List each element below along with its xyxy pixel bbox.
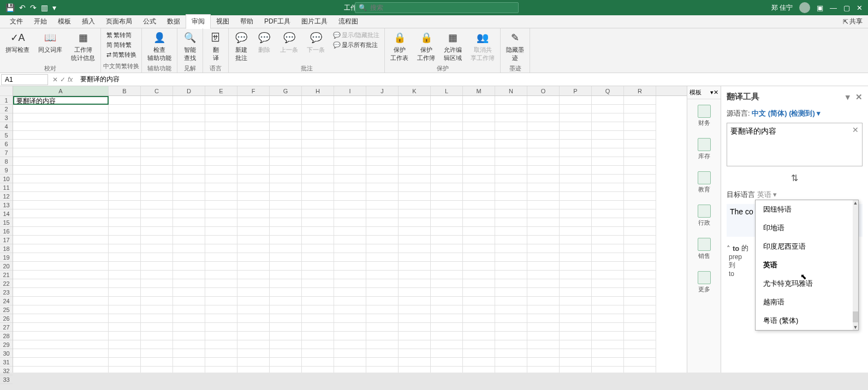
row-header-31[interactable]: 31 (0, 358, 13, 367)
swap-languages-button[interactable]: ⇅ (727, 173, 863, 183)
row-header-4[interactable]: 4 (0, 122, 13, 131)
row-header-8[interactable]: 8 (0, 157, 13, 166)
protect-workbook-button[interactable]: 🔒保护 工作簿 (414, 29, 438, 63)
template-item-3[interactable]: 行政 (687, 199, 721, 232)
row-header-20[interactable]: 20 (0, 262, 13, 271)
row-header-12[interactable]: 12 (0, 192, 13, 201)
source-lang-dropdown[interactable]: 中文 (简体) (检测到) ▾ (752, 109, 821, 117)
row-header-19[interactable]: 19 (0, 253, 13, 262)
formula-input[interactable]: 要翻译的内容 (76, 74, 868, 85)
maximize-icon[interactable]: ▢ (843, 4, 850, 12)
tab-template[interactable]: 模板 (52, 15, 76, 28)
row-header-27[interactable]: 27 (0, 323, 13, 332)
target-lang-dropdown-list[interactable]: 因纽特语印地语印度尼西亚语英语尤卡特克玛雅语越南语粤语 (繁体) ▲ ▼ ⬉ (755, 200, 859, 331)
row-header-17[interactable]: 17 (0, 236, 13, 244)
show-hide-comment-button[interactable]: 💬显示/隐藏批注 (331, 31, 381, 40)
lang-option-6[interactable]: 粤语 (繁体) (756, 311, 858, 330)
show-all-comments-button[interactable]: 💬显示所有批注 (331, 40, 381, 50)
cell-A1[interactable]: 要翻译的内容 (13, 96, 109, 105)
dropdown-scrollbar[interactable]: ▲ ▼ (853, 200, 858, 330)
col-header-O[interactable]: O (527, 86, 560, 95)
tab-view[interactable]: 视图 (211, 15, 235, 28)
tab-help[interactable]: 帮助 (235, 15, 259, 28)
col-header-P[interactable]: P (560, 86, 592, 95)
delete-comment-button[interactable]: 💬删除 (254, 29, 275, 55)
ribbon-display-icon[interactable]: ▣ (817, 4, 823, 12)
col-header-H[interactable]: H (302, 86, 334, 95)
simp-to-trad-button[interactable]: 繁繁转简 (105, 31, 138, 40)
spellcheck-button[interactable]: ✓A拼写检查 (2, 29, 33, 55)
protect-sheet-button[interactable]: 🔒保护 工作表 (387, 29, 412, 63)
fx-icon[interactable]: fx (68, 76, 73, 83)
thesaurus-button[interactable]: 📖同义词库 (35, 29, 66, 55)
translate-button[interactable]: 🈂翻 译 (205, 29, 226, 63)
row-header-5[interactable]: 5 (0, 131, 13, 140)
tab-home[interactable]: 开始 (28, 15, 52, 28)
row-header-15[interactable]: 15 (0, 218, 13, 227)
row-header-6[interactable]: 6 (0, 140, 13, 148)
tab-layout[interactable]: 页面布局 (100, 15, 138, 28)
scroll-down-icon[interactable]: ▼ (853, 325, 858, 330)
col-header-M[interactable]: M (463, 86, 495, 95)
source-text-box[interactable]: 要翻译的内容 ✕ (727, 123, 863, 166)
row-header-23[interactable]: 23 (0, 288, 13, 297)
qat-dropdown-icon[interactable]: ▾ (52, 3, 56, 12)
row-header-33[interactable]: 33 (0, 375, 13, 384)
allow-edit-button[interactable]: ▦允许编 辑区域 (441, 29, 465, 63)
tab-file[interactable]: 文件 (4, 15, 28, 28)
minimize-icon[interactable]: — (830, 4, 837, 12)
col-header-I[interactable]: I (334, 86, 366, 95)
col-header-R[interactable]: R (624, 86, 656, 95)
trad-to-simp-button[interactable]: 简简转繁 (105, 40, 138, 50)
unshare-button[interactable]: 👥取消共 享工作簿 (467, 29, 498, 63)
row-header-29[interactable]: 29 (0, 340, 13, 349)
tab-insert[interactable]: 插入 (76, 15, 100, 28)
col-header-N[interactable]: N (495, 86, 527, 95)
avatar[interactable] (799, 2, 810, 13)
username[interactable]: 郑 佳宁 (771, 3, 793, 13)
smart-lookup-button[interactable]: 🔍智能 查找 (180, 29, 200, 63)
lang-option-1[interactable]: 印地语 (756, 219, 858, 237)
col-header-C[interactable]: C (141, 86, 173, 95)
lang-option-2[interactable]: 印度尼西亚语 (756, 237, 858, 256)
row-header-16[interactable]: 16 (0, 227, 13, 236)
share-button[interactable]: ⇱共享 (843, 17, 868, 26)
row-header-7[interactable]: 7 (0, 148, 13, 157)
template-close-icon[interactable]: ✕ (714, 89, 718, 96)
touch-mode-icon[interactable]: ▥ (41, 3, 48, 12)
row-header-32[interactable]: 32 (0, 367, 13, 375)
clear-text-icon[interactable]: ✕ (852, 125, 859, 134)
row-header-30[interactable]: 30 (0, 349, 13, 358)
search-box[interactable]: 🔍 (355, 2, 519, 13)
row-header-1[interactable]: 1 (0, 96, 13, 105)
tab-review[interactable]: 审阅 (186, 14, 211, 29)
col-header-G[interactable]: G (270, 86, 302, 95)
panel-dropdown-icon[interactable]: ▾ (846, 92, 850, 102)
row-header-2[interactable]: 2 (0, 105, 13, 113)
row-header-9[interactable]: 9 (0, 166, 13, 175)
col-header-K[interactable]: K (399, 86, 431, 95)
scroll-up-icon[interactable]: ▲ (853, 200, 858, 206)
row-header-10[interactable]: 10 (0, 175, 13, 183)
lang-option-0[interactable]: 因纽特语 (756, 200, 858, 219)
col-header-J[interactable]: J (366, 86, 399, 95)
row-header-14[interactable]: 14 (0, 209, 13, 218)
simp-trad-conv-button[interactable]: ⇄简繁转换 (105, 50, 138, 59)
row-header-21[interactable]: 21 (0, 271, 13, 279)
search-input[interactable] (370, 4, 515, 11)
lang-option-4[interactable]: 尤卡特克玛雅语 (756, 274, 858, 293)
close-icon[interactable]: ✕ (857, 4, 863, 12)
template-item-5[interactable]: 更多 (687, 266, 721, 299)
col-header-A[interactable]: A (13, 86, 109, 95)
cancel-formula-icon[interactable]: ✕ (52, 76, 58, 83)
col-header-B[interactable]: B (109, 86, 141, 95)
chevron-up-icon[interactable]: ˄ (727, 244, 730, 253)
row-header-11[interactable]: 11 (0, 183, 13, 192)
col-header-E[interactable]: E (205, 86, 237, 95)
name-box[interactable]: A1 (1, 74, 48, 85)
row-header-3[interactable]: 3 (0, 113, 13, 122)
row-header-28[interactable]: 28 (0, 332, 13, 340)
row-header-26[interactable]: 26 (0, 314, 13, 323)
tab-data[interactable]: 数据 (162, 15, 186, 28)
enter-formula-icon[interactable]: ✓ (60, 76, 66, 83)
